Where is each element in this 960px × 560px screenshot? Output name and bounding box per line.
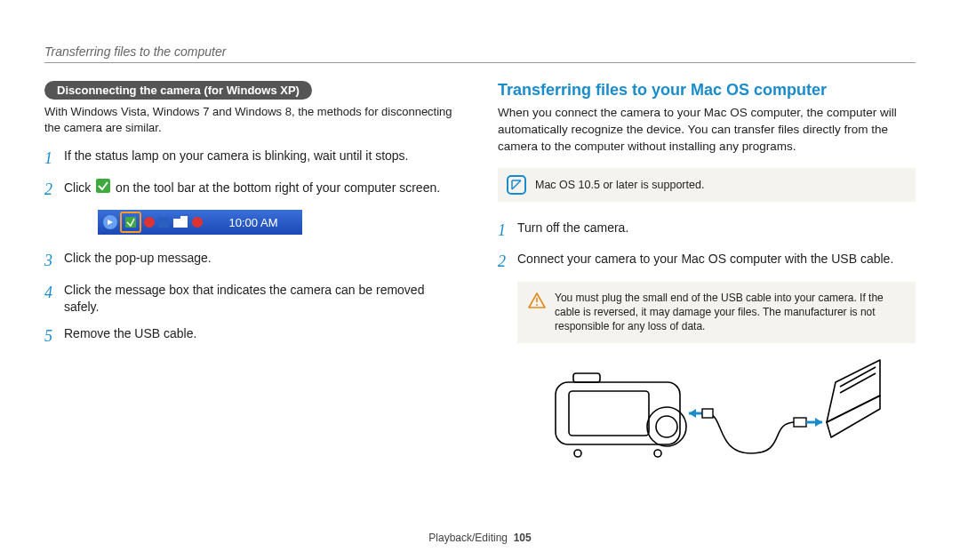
section-title: Transferring files to your Mac OS comput… (498, 81, 916, 100)
note-text: Mac OS 10.5 or later is supported. (535, 179, 704, 191)
step-item: 3 Click the pop-up message. (44, 250, 462, 272)
svg-point-18 (654, 450, 661, 457)
svg-point-15 (656, 416, 677, 437)
step-item: 5 Remove the USB cable. (44, 325, 462, 348)
tray-time: 10:00 AM (229, 216, 278, 229)
taskbar-icon: 10:00 AM (98, 210, 302, 235)
step-text: Click the pop-up message. (64, 250, 462, 268)
step-number: 5 (44, 325, 64, 348)
note-icon (507, 175, 526, 195)
step-number: 2 (498, 251, 517, 273)
usb-cable-diagram (498, 356, 916, 474)
note-box: Mac OS 10.5 or later is supported. (498, 168, 916, 202)
step-item: 1 If the status lamp on your camera is b… (44, 148, 462, 170)
step-text: If the status lamp on your camera is bli… (64, 148, 462, 165)
step-number: 1 (44, 148, 64, 170)
section-intro: When you connect the camera to your Mac … (498, 105, 916, 156)
warning-icon (528, 292, 546, 312)
svg-rect-19 (702, 409, 713, 418)
right-column: Transferring files to your Mac OS comput… (498, 81, 916, 474)
step-item: 2 Connect your camera to your Mac OS com… (498, 251, 916, 273)
safely-remove-icon (96, 179, 110, 198)
content-columns: Disconnecting the camera (for Windows XP… (44, 81, 916, 474)
left-column: Disconnecting the camera (for Windows XP… (44, 81, 462, 474)
page-footer: Playback/Editing 105 (0, 532, 960, 544)
system-tray-illustration: 10:00 AM (98, 210, 462, 237)
subsection-subtext: With Windows Vista, Windows 7 and Window… (44, 104, 462, 135)
step-item: 4 Click the message box that indicates t… (44, 282, 462, 316)
svg-point-9 (192, 217, 203, 228)
svg-point-11 (536, 304, 538, 306)
svg-rect-16 (573, 373, 600, 382)
left-steps-cont: 3 Click the pop-up message. 4 Click the … (44, 250, 462, 348)
step-text: Connect your camera to your Mac OS compu… (517, 251, 916, 268)
footer-page-number: 105 (514, 532, 532, 544)
footer-section: Playback/Editing (428, 532, 508, 544)
step-number: 3 (44, 250, 64, 272)
right-steps: 1 Turn off the camera. 2 Connect your ca… (498, 220, 916, 273)
step-text: Click on the tool bar at the bottom righ… (64, 179, 462, 198)
step-number: 4 (44, 282, 64, 304)
svg-rect-13 (569, 391, 649, 436)
page-header: Transferring files to the computer (44, 44, 916, 59)
step-text: Click the message box that indicates the… (64, 282, 462, 316)
svg-rect-20 (794, 418, 806, 427)
step-text: Remove the USB cable. (64, 325, 462, 343)
svg-rect-7 (173, 219, 180, 228)
step-number: 1 (498, 220, 517, 242)
subsection-pill: Disconnecting the camera (for Windows XP… (44, 81, 312, 100)
warning-text: You must plug the small end of the USB c… (555, 291, 905, 334)
svg-rect-6 (158, 217, 169, 228)
header-rule (44, 62, 916, 63)
step-item: 1 Turn off the camera. (498, 220, 916, 242)
step-item: 2 Click on the tool bar at the bottom ri… (44, 179, 462, 201)
step-text: Turn off the camera. (517, 220, 916, 237)
svg-rect-0 (96, 179, 110, 193)
svg-point-17 (574, 450, 581, 457)
svg-rect-8 (180, 216, 188, 228)
step-number: 2 (44, 179, 64, 201)
left-steps: 1 If the status lamp on your camera is b… (44, 148, 462, 201)
svg-point-5 (144, 217, 155, 228)
warning-box: You must plug the small end of the USB c… (517, 282, 916, 343)
